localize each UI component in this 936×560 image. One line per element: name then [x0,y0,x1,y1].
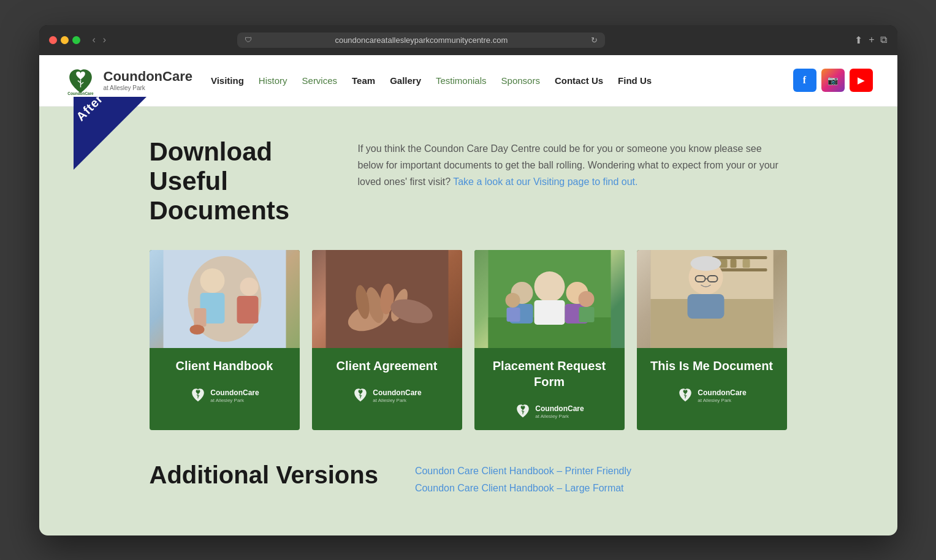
security-icon: 🛡 [245,36,252,44]
nav-testimonials[interactable]: Testimonials [436,75,487,86]
svg-rect-43 [712,256,767,259]
client-handbook-logo: CoundonCare at Allesley Park [159,386,290,408]
webpage-content: After CoundonCare CoundonCare at Allesle… [39,55,897,535]
logo-name: CoundonCare [104,69,192,84]
maximize-button[interactable] [72,36,80,44]
additional-links-list: Coundon Care Client Handbook – Printer F… [415,461,631,494]
svg-rect-47 [742,259,750,268]
address-bar[interactable]: 🛡 coundoncareatallesleyparkcommunitycent… [237,32,605,48]
share-icon[interactable]: ⬆ [854,34,862,46]
large-format-link[interactable]: Coundon Care Client Handbook – Large For… [415,483,631,494]
additional-versions-title: Additional Versions [150,461,378,494]
client-agreement-title: Client Agreement [322,358,452,374]
close-button[interactable] [49,36,57,44]
refresh-icon[interactable]: ↻ [591,36,598,45]
this-is-me-image [637,250,787,348]
printer-friendly-link[interactable]: Coundon Care Client Handbook – Printer F… [415,466,631,477]
nav-sponsors[interactable]: Sponsors [501,75,540,86]
svg-rect-53 [687,294,724,319]
main-content: Download Useful Documents If you think t… [39,107,897,535]
logo-icon: CoundonCare [64,64,97,97]
nav-find-us[interactable]: Find Us [618,75,652,86]
svg-rect-10 [194,308,206,327]
nav-team[interactable]: Team [352,75,375,86]
svg-rect-46 [730,259,736,268]
logo[interactable]: CoundonCare CoundonCare at Allesley Park [64,64,192,97]
client-handbook-body: Client Handbook CoundonCare [150,348,300,414]
page-intro: Download Useful Documents If you think t… [150,137,787,226]
this-is-me-logo: CoundonCare at Allesley Park [647,386,777,408]
nav-gallery[interactable]: Gallery [390,75,421,86]
page-title: Download Useful Documents [150,137,321,226]
card-logo-icon [189,386,207,403]
window-controls [49,36,80,44]
nav-history[interactable]: History [259,75,287,86]
client-agreement-body: Client Agreement CoundonCare [312,348,462,414]
card-logo-text-3: CoundonCare at Allesley Park [535,403,584,419]
facebook-button[interactable]: f [793,69,816,92]
svg-rect-36 [506,308,520,322]
nav-contact[interactable]: Contact Us [555,75,603,86]
placement-request-image [474,250,625,348]
tabs-icon[interactable]: ⧉ [880,34,887,46]
client-agreement-image [312,250,462,348]
placement-request-logo: CoundonCare at Allesley Park [484,402,615,424]
svg-point-6 [200,268,224,293]
client-handbook-title: Client Handbook [159,358,290,374]
visiting-page-link[interactable]: Take a look at our Visiting page to find… [453,176,637,187]
additional-versions: Additional Versions Coundon Care Client … [150,461,787,494]
card-logo-text: CoundonCare at Allesley Park [210,387,259,403]
card-logo-text-2: CoundonCare at Allesley Park [373,387,421,403]
site-header: CoundonCare CoundonCare at Allesley Park… [39,55,897,107]
svg-rect-28 [534,300,565,325]
svg-rect-34 [579,307,594,322]
nav-visiting[interactable]: Visiting [211,75,244,86]
back-button[interactable]: ‹ [90,34,98,45]
card-logo-text-4: CoundonCare at Allesley Park [698,387,746,403]
logo-text: CoundonCare at Allesley Park [104,69,192,91]
url-text: coundoncareatallesleyparkcommunitycentre… [257,36,586,45]
minimize-button[interactable] [61,36,69,44]
client-handbook-card[interactable]: Client Handbook CoundonCare [150,250,300,430]
client-agreement-card[interactable]: Client Agreement CoundonCare [312,250,462,430]
card-logo-icon-4 [677,386,694,403]
card-logo-icon-2 [352,386,369,403]
svg-point-35 [505,293,520,308]
svg-rect-9 [237,296,258,324]
client-agreement-logo: CoundonCare at Allesley Park [322,386,452,408]
placement-request-card[interactable]: Placement Request Form CoundonCare [474,250,625,430]
this-is-me-title: This Is Me Document [647,358,777,374]
page-description: If you think the Coundon Care Day Centre… [358,137,787,226]
placement-request-title: Placement Request Form [484,358,615,390]
card-logo-icon-3 [514,402,531,419]
svg-point-33 [578,291,594,307]
svg-text:CoundonCare: CoundonCare [67,91,94,96]
browser-action-buttons: ⬆ + ⧉ [854,34,887,46]
svg-point-11 [189,325,204,335]
nav-buttons: ‹ › [90,34,109,45]
social-icons: f 📷 ▶ [793,69,873,92]
forward-button[interactable]: › [101,34,108,45]
browser-chrome: ‹ › 🛡 coundoncareatallesleyparkcommunity… [39,25,897,55]
client-handbook-image [150,250,300,348]
document-cards: Client Handbook CoundonCare [150,250,787,430]
svg-point-27 [534,271,565,302]
logo-subtitle: at Allesley Park [104,85,192,91]
instagram-button[interactable]: 📷 [821,69,845,92]
placement-request-body: Placement Request Form CoundonCare [474,348,625,430]
youtube-button[interactable]: ▶ [850,69,873,92]
this-is-me-body: This Is Me Document CoundonCare [637,348,787,414]
svg-point-8 [240,278,258,296]
nav-services[interactable]: Services [302,75,338,86]
this-is-me-card[interactable]: This Is Me Document CoundonCare [637,250,787,430]
svg-point-52 [690,256,721,271]
main-nav: Visiting History Services Team Gallery T… [211,75,781,86]
new-tab-icon[interactable]: + [869,34,874,46]
